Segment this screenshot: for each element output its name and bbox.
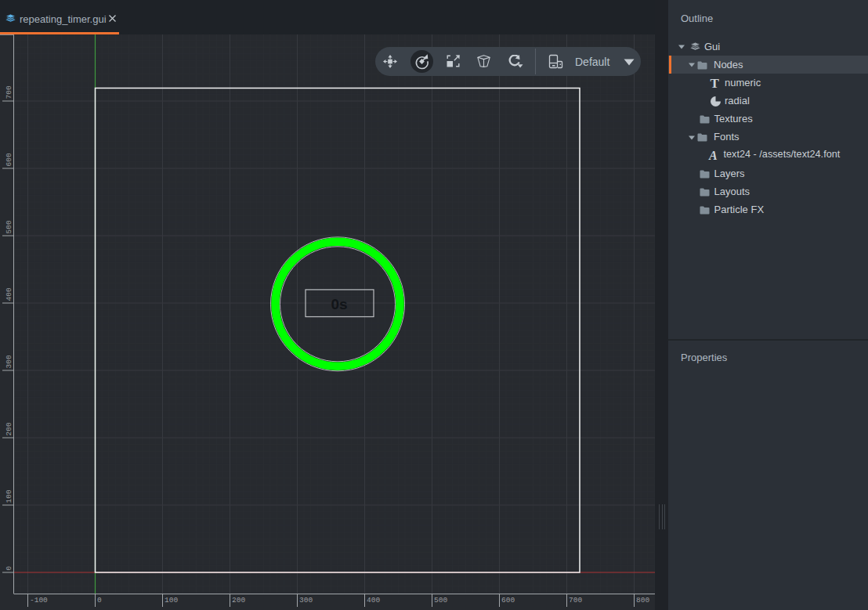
svg-text:100: 100 bbox=[5, 489, 13, 503]
svg-text:800: 800 bbox=[636, 596, 649, 605]
svg-text:300: 300 bbox=[5, 355, 13, 368]
svg-text:600: 600 bbox=[501, 596, 515, 605]
svg-text:200: 200 bbox=[232, 596, 245, 605]
svg-text:0s: 0s bbox=[331, 296, 347, 312]
svg-text:600: 600 bbox=[5, 153, 13, 166]
svg-text:0: 0 bbox=[97, 596, 102, 605]
svg-text:400: 400 bbox=[5, 287, 13, 301]
svg-text:300: 300 bbox=[299, 596, 313, 605]
svg-text:700: 700 bbox=[569, 596, 582, 605]
svg-text:200: 200 bbox=[5, 422, 13, 435]
svg-text:400: 400 bbox=[367, 596, 380, 605]
svg-text:-100: -100 bbox=[30, 596, 48, 605]
svg-text:500: 500 bbox=[5, 220, 13, 233]
svg-text:700: 700 bbox=[5, 85, 13, 99]
svg-text:0: 0 bbox=[5, 566, 13, 571]
svg-text:500: 500 bbox=[434, 596, 447, 605]
svg-text:100: 100 bbox=[165, 596, 178, 605]
